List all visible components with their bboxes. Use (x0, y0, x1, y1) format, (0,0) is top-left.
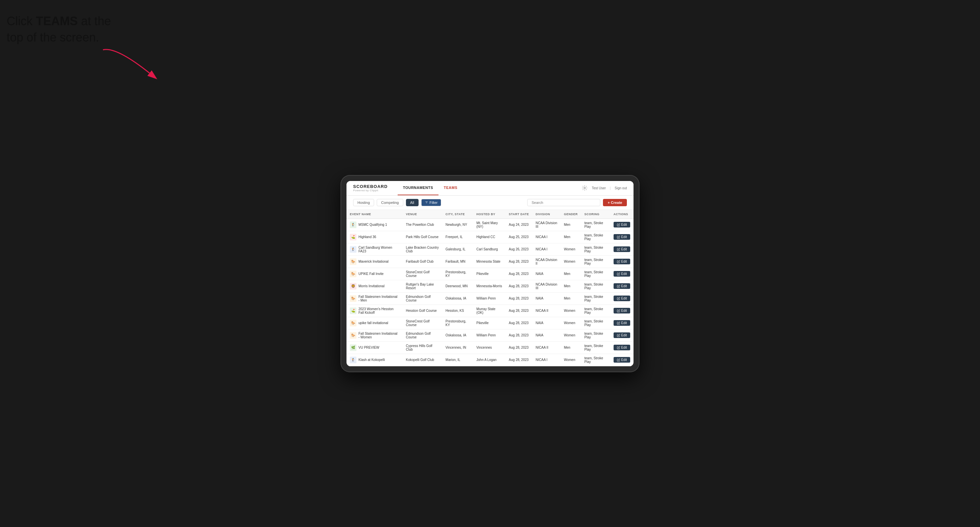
event-name: UPIKE Fall Invite (358, 272, 384, 276)
edit-button[interactable]: Edit (614, 222, 630, 227)
start-date-cell: Aug 28, 2023 (506, 256, 533, 268)
hosted-by-cell: John A Logan (473, 354, 506, 366)
filter-button[interactable]: Filter (421, 199, 441, 206)
filter-bar: Hosting Competing All Filter + Create (347, 195, 633, 210)
venue-cell: Cypress Hills Golf Club (402, 341, 442, 354)
edit-button[interactable]: Edit (614, 259, 630, 264)
event-name: 2023 Women's Hesston Fall Kickoff (358, 307, 399, 314)
event-name-cell: ⛳ 2023 Women's Hesston Fall Kickoff (347, 305, 402, 317)
division-cell: NAIA (532, 268, 560, 280)
hosted-by-cell: Vincennes (473, 341, 506, 354)
start-date-cell: Aug 28, 2023 (506, 341, 533, 354)
edit-button[interactable]: Edit (614, 246, 630, 252)
hosting-tab[interactable]: Hosting (353, 199, 374, 206)
actions-cell: Edit (610, 231, 633, 243)
hosted-by-cell: William Penn (473, 292, 506, 305)
gender-cell: Men (560, 292, 581, 305)
create-button[interactable]: + Create (603, 199, 627, 206)
event-name: Klash at Kokopelli (358, 358, 385, 362)
gender-cell: Men (560, 341, 581, 354)
edit-icon (617, 284, 620, 288)
tab-tournaments[interactable]: TOURNAMENTS (398, 181, 439, 195)
tab-teams[interactable]: TEAMS (439, 181, 463, 195)
venue-cell: Ruttger's Bay Lake Resort (402, 280, 442, 292)
venue-cell: Park Hills Golf Course (402, 231, 442, 243)
scoring-cell: team, Stroke Play (581, 256, 610, 268)
hosted-by-cell: Mt. Saint Mary (NY) (473, 219, 506, 231)
edit-button[interactable]: Edit (614, 345, 630, 350)
start-date-cell: Aug 28, 2023 (506, 354, 533, 366)
event-name: Highland 36 (358, 235, 376, 239)
competing-tab[interactable]: Competing (377, 199, 403, 206)
header-right: Test User | Sign out (582, 185, 627, 191)
scoring-cell: team, Stroke Play (581, 329, 610, 341)
edit-icon (617, 235, 620, 239)
city-state-cell: Faribault, MN (442, 256, 473, 268)
venue-cell: Hesston Golf Course (402, 305, 442, 317)
start-date-cell: Aug 25, 2023 (506, 231, 533, 243)
gender-cell: Men (560, 280, 581, 292)
division-cell: NICAA II (532, 305, 560, 317)
start-date-cell: Aug 28, 2023 (506, 268, 533, 280)
table-row: 🐎 upike fall invitational StoneCrest Gol… (347, 317, 633, 329)
edit-button[interactable]: Edit (614, 308, 630, 313)
hosted-by-cell: Pikeville (473, 268, 506, 280)
col-hosted-by: HOSTED BY (473, 210, 506, 219)
logo-title: SCOREBOARD (353, 184, 388, 189)
division-cell: NCAA Division III (532, 219, 560, 231)
scoring-cell: team, Stroke Play (581, 268, 610, 280)
actions-cell: Edit (610, 329, 633, 341)
venue-cell: StoneCrest Golf Course (402, 317, 442, 329)
edit-button[interactable]: Edit (614, 271, 630, 276)
table-row: 🏌 Carl Sandburg Women FA23 Lake Bracken … (347, 243, 633, 256)
scoring-cell: team, Stroke Play (581, 280, 610, 292)
event-name-cell: 🏌 Carl Sandburg Women FA23 (347, 243, 402, 256)
event-name-cell: 🐎 Fall Statesmen Invitational - Men (347, 292, 402, 305)
start-date-cell: Aug 24, 2023 (506, 219, 533, 231)
division-cell: NAIA (532, 329, 560, 341)
all-tab[interactable]: All (406, 199, 418, 206)
col-actions: ACTIONS (610, 210, 633, 219)
edit-button[interactable]: Edit (614, 357, 630, 363)
actions-cell: Edit (610, 280, 633, 292)
venue-cell: Edmundson Golf Course (402, 292, 442, 305)
event-name-cell: 🏌 MSMC Qualifying 1 (347, 219, 402, 231)
gender-cell: Men (560, 219, 581, 231)
edit-icon (617, 309, 620, 313)
venue-cell: Lake Bracken Country Club (402, 243, 442, 256)
search-input[interactable] (527, 199, 600, 206)
city-state-cell: Galesburg, IL (442, 243, 473, 256)
app-header: SCOREBOARD Powered by Clippit TOURNAMENT… (347, 181, 633, 195)
table-row: 🐎 UPIKE Fall Invite StoneCrest Golf Cour… (347, 268, 633, 280)
edit-button[interactable]: Edit (614, 332, 630, 338)
edit-button[interactable]: Edit (614, 295, 630, 301)
event-icon: 🏌 (350, 357, 356, 363)
settings-icon[interactable] (582, 185, 588, 191)
scoring-cell: team, Stroke Play (581, 243, 610, 256)
city-state-cell: Vincennes, IN (442, 341, 473, 354)
city-state-cell: Oskaloosa, IA (442, 292, 473, 305)
edit-icon (617, 358, 620, 362)
edit-button[interactable]: Edit (614, 234, 630, 240)
arrow-indicator (96, 43, 180, 83)
city-state-cell: Newburgh, NY (442, 219, 473, 231)
division-cell: NAIA (532, 292, 560, 305)
col-gender: GENDER (560, 210, 581, 219)
hosted-by-cell: William Penn (473, 329, 506, 341)
col-scoring: SCORING (581, 210, 610, 219)
event-name-cell: 🐎 Maverick Invitational (347, 256, 402, 268)
hosted-by-cell: Murray State (OK) (473, 305, 506, 317)
edit-icon (617, 223, 620, 227)
sign-out-link[interactable]: Sign out (614, 186, 627, 190)
venue-cell: The Powelton Club (402, 219, 442, 231)
edit-button[interactable]: Edit (614, 283, 630, 289)
table-row: 🦁 Morris Invitational Ruttger's Bay Lake… (347, 280, 633, 292)
table-header-row: EVENT NAME VENUE CITY, STATE HOSTED BY S… (347, 210, 633, 219)
table-row: 🐎 Maverick Invitational Faribault Golf C… (347, 256, 633, 268)
edit-button[interactable]: Edit (614, 320, 630, 326)
scoring-cell: team, Stroke Play (581, 292, 610, 305)
edit-icon (617, 334, 620, 337)
hosted-by-cell: Minnesota State (473, 256, 506, 268)
city-state-cell: Hesston, KS (442, 305, 473, 317)
table-row: 🏌 Klash at Kokopelli Kokopelli Golf Club… (347, 354, 633, 366)
